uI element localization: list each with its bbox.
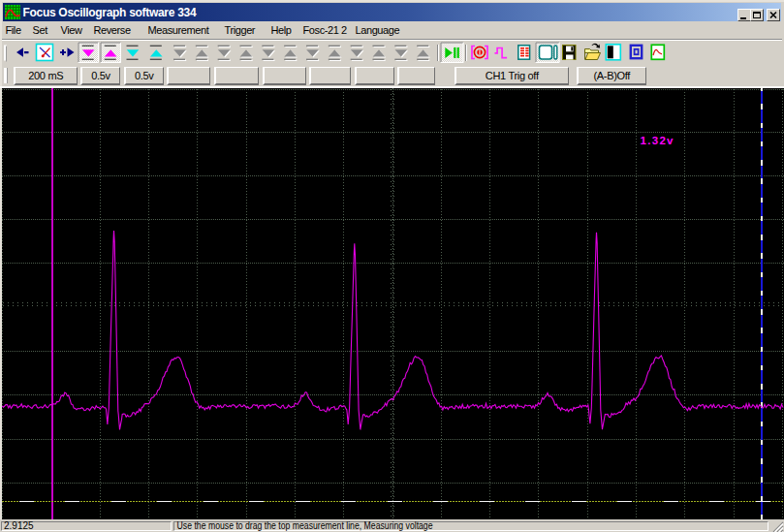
svg-text:1.32v: 1.32v (641, 135, 674, 146)
